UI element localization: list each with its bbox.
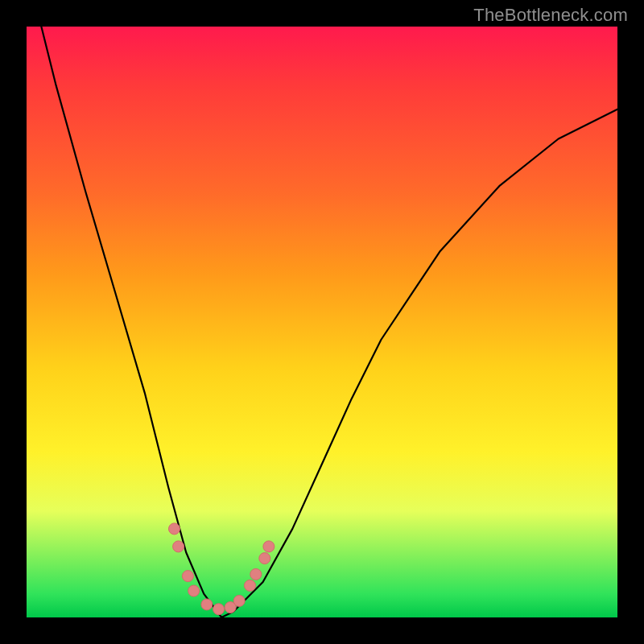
data-bead	[233, 595, 245, 606]
data-bead	[250, 568, 262, 580]
watermark-text: TheBottleneck.com	[473, 5, 628, 26]
bottleneck-curve-svg	[27, 27, 617, 617]
data-bead	[173, 541, 184, 552]
data-bead	[182, 571, 193, 582]
data-bead	[188, 585, 200, 597]
chart-frame: TheBottleneck.com	[0, 0, 644, 644]
data-bead	[263, 541, 275, 552]
plot-area	[27, 27, 617, 617]
data-bead	[259, 553, 270, 564]
data-bead	[169, 523, 180, 535]
bottleneck-curve-path	[27, 27, 617, 617]
data-beads	[169, 523, 275, 615]
data-bead	[201, 599, 213, 610]
data-bead	[245, 580, 256, 591]
data-bead	[213, 604, 225, 615]
